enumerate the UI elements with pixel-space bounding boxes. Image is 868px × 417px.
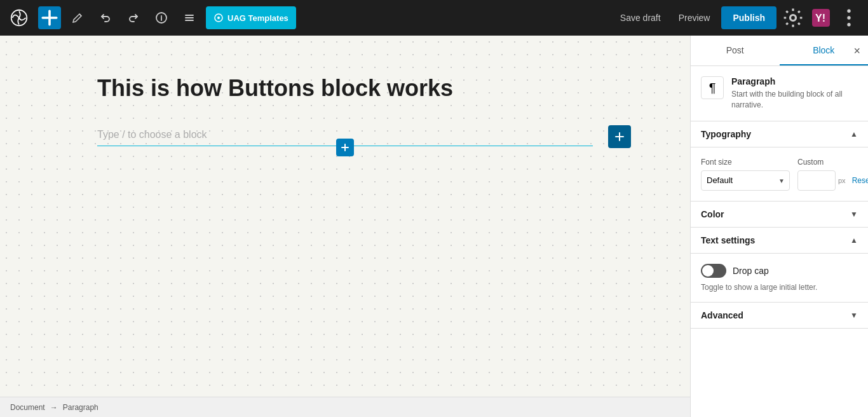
list-view-button[interactable] bbox=[178, 6, 201, 29]
save-draft-button[interactable]: Save draft bbox=[614, 9, 667, 27]
block-info-description: Start with the building block of all nar… bbox=[731, 89, 858, 111]
svg-point-8 bbox=[847, 16, 850, 19]
svg-point-4 bbox=[790, 15, 796, 21]
more-options-button[interactable] bbox=[837, 6, 860, 29]
svg-point-3 bbox=[217, 17, 220, 19]
color-title: Color bbox=[701, 209, 724, 219]
settings-button[interactable] bbox=[782, 6, 804, 29]
sidebar: Post Block × ¶ Paragraph Start with the … bbox=[690, 36, 868, 417]
preview-button[interactable]: Preview bbox=[672, 9, 717, 27]
text-settings-content: Drop cap Toggle to show a large initial … bbox=[691, 254, 868, 303]
color-section-header[interactable]: Color ▼ bbox=[691, 202, 868, 228]
typography-chevron-icon: ▲ bbox=[850, 130, 858, 139]
toolbar: UAG Templates Save draft Preview Publish… bbox=[0, 0, 868, 36]
custom-font-size-input[interactable] bbox=[797, 170, 836, 191]
typography-section: Typography ▲ Font size Default Small Nor… bbox=[691, 121, 868, 202]
redo-button[interactable] bbox=[122, 6, 145, 29]
px-label: px bbox=[838, 177, 846, 184]
block-info-text: Paragraph Start with the building block … bbox=[731, 76, 858, 111]
advanced-section-header[interactable]: Advanced ▼ bbox=[691, 303, 868, 329]
publish-button[interactable]: Publish bbox=[721, 6, 776, 29]
svg-point-7 bbox=[847, 10, 850, 13]
undo-button[interactable] bbox=[94, 6, 117, 29]
status-arrow: → bbox=[50, 403, 58, 412]
status-bar: Document → Paragraph bbox=[0, 397, 690, 417]
block-placeholder-area: Type / to choose a block bbox=[97, 129, 593, 146]
block-heading[interactable]: This is how Buttons block works bbox=[97, 74, 593, 104]
font-size-label: Font size bbox=[701, 158, 790, 167]
color-chevron-icon: ▼ bbox=[850, 210, 858, 219]
wp-logo[interactable] bbox=[8, 6, 31, 29]
svg-text:Y!: Y! bbox=[815, 13, 825, 24]
typography-section-header[interactable]: Typography ▲ bbox=[691, 121, 868, 147]
sidebar-close-button[interactable]: × bbox=[851, 43, 863, 59]
block-info-title: Paragraph bbox=[731, 76, 858, 86]
edit-button[interactable] bbox=[66, 6, 89, 29]
main-layout: This is how Buttons block works Type / t… bbox=[0, 36, 868, 417]
typography-content: Font size Default Small Normal Large Lar… bbox=[691, 147, 868, 202]
status-document[interactable]: Document bbox=[10, 403, 45, 412]
text-settings-title: Text settings bbox=[701, 235, 755, 245]
custom-col: Custom px Reset bbox=[797, 158, 868, 191]
add-block-center-button[interactable] bbox=[336, 139, 354, 156]
advanced-title: Advanced bbox=[701, 310, 743, 320]
font-size-row: Font size Default Small Normal Large Lar… bbox=[701, 158, 858, 191]
drop-cap-hint: Toggle to show a large initial letter. bbox=[701, 283, 858, 292]
drop-cap-label: Drop cap bbox=[733, 266, 769, 276]
font-size-select[interactable]: Default Small Normal Large Larger bbox=[701, 170, 790, 191]
advanced-chevron-icon: ▼ bbox=[850, 311, 858, 320]
editor-content: This is how Buttons block works Type / t… bbox=[72, 36, 618, 397]
paragraph-icon: ¶ bbox=[701, 76, 724, 99]
custom-label: Custom bbox=[797, 158, 868, 167]
block-info: ¶ Paragraph Start with the building bloc… bbox=[691, 66, 868, 121]
font-size-col: Font size Default Small Normal Large Lar… bbox=[701, 158, 790, 191]
sidebar-content: ¶ Paragraph Start with the building bloc… bbox=[691, 66, 868, 417]
status-paragraph[interactable]: Paragraph bbox=[63, 403, 98, 412]
yoast-button[interactable]: Y! bbox=[810, 6, 832, 29]
text-settings-header[interactable]: Text settings ▲ bbox=[691, 228, 868, 254]
toggle-knob bbox=[702, 265, 714, 277]
info-button[interactable] bbox=[150, 6, 173, 29]
drop-cap-toggle[interactable] bbox=[701, 264, 726, 278]
drop-cap-row: Drop cap bbox=[701, 264, 858, 278]
reset-button[interactable]: Reset bbox=[848, 174, 868, 188]
editor-canvas: This is how Buttons block works Type / t… bbox=[0, 36, 690, 397]
text-settings-section: Text settings ▲ Drop cap Toggle to show … bbox=[691, 228, 868, 303]
custom-input-wrap: px Reset bbox=[797, 170, 868, 191]
font-size-select-wrap: Default Small Normal Large Larger ▼ bbox=[701, 170, 790, 191]
typography-title: Typography bbox=[701, 129, 751, 139]
tab-post[interactable]: Post bbox=[691, 36, 780, 65]
add-block-button[interactable] bbox=[38, 6, 61, 29]
svg-point-9 bbox=[847, 23, 850, 26]
color-section: Color ▼ bbox=[691, 202, 868, 228]
add-block-right-button[interactable] bbox=[608, 125, 631, 148]
uag-templates-button[interactable]: UAG Templates bbox=[206, 6, 296, 29]
advanced-section: Advanced ▼ bbox=[691, 303, 868, 329]
sidebar-tabs: Post Block × bbox=[691, 36, 868, 66]
text-settings-chevron-icon: ▲ bbox=[850, 236, 858, 245]
editor-area: This is how Buttons block works Type / t… bbox=[0, 36, 690, 417]
